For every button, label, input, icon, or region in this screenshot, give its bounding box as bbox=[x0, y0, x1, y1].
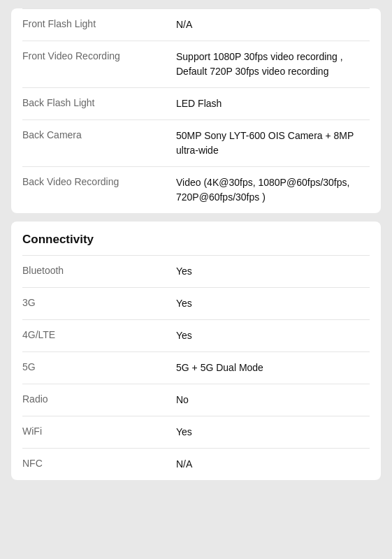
spec-value: N/A bbox=[176, 17, 370, 32]
spec-value: 50MP Sony LYT-600 OIS Camera + 8MP ultra… bbox=[176, 129, 370, 158]
spec-value: N/A bbox=[176, 457, 370, 472]
table-row: Back Video Recording Video (4K@30fps, 10… bbox=[22, 166, 370, 213]
table-row: NFC N/A bbox=[22, 448, 370, 480]
table-row: 3G Yes bbox=[22, 287, 370, 319]
spec-value: 5G + 5G Dual Mode bbox=[176, 361, 370, 375]
table-row: Front Video Recording Support 1080P 30fp… bbox=[22, 41, 370, 87]
connectivity-section-title: Connectivity bbox=[22, 222, 370, 255]
spec-label: NFC bbox=[22, 457, 176, 471]
table-row: Bluetooth Yes bbox=[22, 255, 370, 287]
table-row: Back Flash Light LED Flash bbox=[22, 87, 370, 119]
spec-value: LED Flash bbox=[176, 96, 370, 111]
spec-label: Back Flash Light bbox=[22, 96, 176, 110]
table-row: 4G/LTE Yes bbox=[22, 319, 370, 351]
table-row: 5G 5G + 5G Dual Mode bbox=[22, 351, 370, 384]
camera-section: Front Flash Light N/A Front Video Record… bbox=[11, 8, 381, 213]
table-row: Radio No bbox=[22, 384, 370, 416]
table-row: WiFi Yes bbox=[22, 416, 370, 448]
spec-label: Radio bbox=[22, 393, 176, 407]
spec-value: Video (4K@30fps, 1080P@60fps/30fps, 720P… bbox=[176, 175, 370, 205]
spec-value: No bbox=[176, 393, 370, 407]
spec-label: 5G bbox=[22, 361, 176, 375]
spec-value: Yes bbox=[176, 328, 370, 343]
spec-value: Support 1080P 30fps video recording , De… bbox=[176, 50, 370, 79]
spec-label: WiFi bbox=[22, 425, 176, 439]
table-row: Back Camera 50MP Sony LYT-600 OIS Camera… bbox=[22, 119, 370, 166]
spec-value: Yes bbox=[176, 425, 370, 440]
spec-label: 3G bbox=[22, 296, 176, 310]
spec-label: Bluetooth bbox=[22, 264, 176, 278]
connectivity-section: Connectivity Bluetooth Yes 3G Yes 4G/LTE… bbox=[11, 222, 381, 480]
spec-label: Back Video Recording bbox=[22, 175, 176, 189]
spec-label: Back Camera bbox=[22, 129, 176, 143]
spec-label: Front Flash Light bbox=[22, 17, 176, 31]
spec-value: Yes bbox=[176, 264, 370, 279]
spec-value: Yes bbox=[176, 296, 370, 311]
table-row: Front Flash Light N/A bbox=[22, 8, 370, 41]
spec-label: 4G/LTE bbox=[22, 328, 176, 342]
spec-label: Front Video Recording bbox=[22, 50, 176, 64]
